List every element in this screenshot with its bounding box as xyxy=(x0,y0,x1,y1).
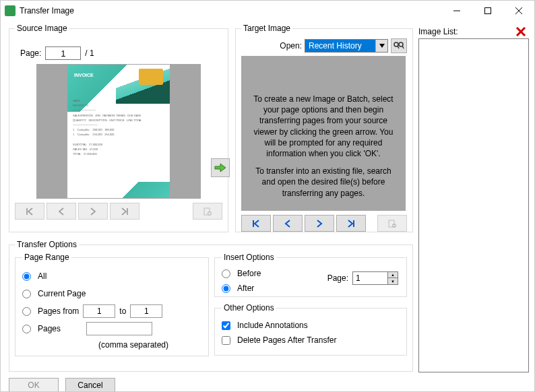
label-before[interactable]: Before xyxy=(237,269,261,278)
source-last-button[interactable] xyxy=(110,203,139,220)
source-preview: INVOICE DATEINVOICE TO────────────SALESP… xyxy=(36,64,201,199)
ok-button[interactable]: OK xyxy=(9,378,59,392)
target-next-button[interactable] xyxy=(305,215,334,232)
step-down-icon[interactable]: ▼ xyxy=(388,278,398,284)
source-page-total: / 1 xyxy=(85,48,94,58)
insert-legend: Insert Options xyxy=(222,253,276,262)
transfer-options-group: Transfer Options Page Range All Current … xyxy=(9,240,413,372)
source-legend: Source Image xyxy=(15,24,69,33)
titlebar: Transfer Image xyxy=(1,1,534,21)
svg-line-8 xyxy=(398,46,399,48)
radio-current[interactable] xyxy=(22,290,31,298)
insert-page-label: Page: xyxy=(327,273,348,283)
maximize-button[interactable] xyxy=(472,1,503,21)
open-combo-value: Recent History xyxy=(305,41,375,51)
source-next-button[interactable] xyxy=(78,203,108,220)
svg-rect-1 xyxy=(485,8,491,14)
source-add-button[interactable] xyxy=(193,203,222,220)
target-msg1: To create a new Image or Batch, select y… xyxy=(249,94,398,159)
step-up-icon[interactable]: ▲ xyxy=(388,272,398,278)
search-button[interactable] xyxy=(391,38,407,53)
target-remove-button[interactable] xyxy=(377,215,407,232)
source-first-button[interactable] xyxy=(15,203,44,220)
label-after[interactable]: After xyxy=(237,284,254,293)
open-label: Open: xyxy=(280,41,302,51)
label-pages-from[interactable]: Pages from xyxy=(38,306,79,316)
minimize-button[interactable] xyxy=(441,1,472,21)
insert-page-input[interactable] xyxy=(352,271,387,285)
comma-hint: (comma separated) xyxy=(65,340,201,350)
label-pages[interactable]: Pages xyxy=(38,324,61,333)
target-last-button[interactable] xyxy=(336,215,366,232)
image-list-label: Image List: xyxy=(418,27,458,36)
image-list-clear-button[interactable] xyxy=(514,25,528,38)
other-options-group: Other Options Include Annotations Delete… xyxy=(214,303,407,356)
target-preview: To create a new Image or Batch, select y… xyxy=(241,56,406,211)
radio-pages-from[interactable] xyxy=(22,307,31,316)
radio-pages[interactable] xyxy=(22,325,31,333)
source-page-input[interactable] xyxy=(45,46,81,60)
radio-all[interactable] xyxy=(22,272,31,281)
label-include[interactable]: Include Annotations xyxy=(237,321,308,330)
pages-from-input[interactable] xyxy=(83,304,115,318)
checkbox-include[interactable] xyxy=(222,321,230,330)
target-legend: Target Image xyxy=(241,24,292,33)
pages-to-input[interactable] xyxy=(130,304,162,318)
open-combo[interactable]: Recent History xyxy=(305,39,388,53)
radio-before[interactable] xyxy=(222,269,230,278)
label-to: to xyxy=(119,306,126,316)
radio-after[interactable] xyxy=(222,284,230,293)
target-image-group: Target Image Open: Recent History To cre… xyxy=(235,24,413,232)
label-delete[interactable]: Delete Pages After Transfer xyxy=(237,335,336,345)
app-icon xyxy=(5,5,15,16)
source-page-label: Page: xyxy=(20,48,41,58)
other-legend: Other Options xyxy=(222,303,276,313)
transfer-legend: Transfer Options xyxy=(15,240,79,249)
checkbox-delete[interactable] xyxy=(222,336,230,345)
page-range-group: Page Range All Current Page Pages from t… xyxy=(15,253,209,356)
target-msg2: To transfer into an existing file, searc… xyxy=(249,166,398,199)
window-title: Transfer Image xyxy=(20,6,441,15)
insert-page-stepper[interactable]: ▲▼ xyxy=(352,271,398,285)
page-range-legend: Page Range xyxy=(22,253,71,262)
target-first-button[interactable] xyxy=(241,215,271,232)
source-image-group: Source Image Page: / 1 INVOICE DATEINVOI… xyxy=(9,24,228,232)
cancel-button[interactable]: Cancel xyxy=(65,378,115,392)
label-current[interactable]: Current Page xyxy=(38,289,86,298)
source-prev-button[interactable] xyxy=(46,203,76,220)
close-button[interactable] xyxy=(503,1,534,21)
svg-line-9 xyxy=(402,46,404,48)
image-list[interactable] xyxy=(418,38,529,372)
chevron-down-icon xyxy=(375,40,387,52)
target-prev-button[interactable] xyxy=(273,215,303,232)
transfer-arrow-button[interactable] xyxy=(211,158,230,177)
insert-options-group: Insert Options Before After Page: ▲▼ xyxy=(214,253,407,297)
label-all[interactable]: All xyxy=(38,271,46,281)
pages-free-input[interactable] xyxy=(86,322,152,335)
invoice-thumbnail: INVOICE DATEINVOICE TO────────────SALESP… xyxy=(67,65,170,198)
